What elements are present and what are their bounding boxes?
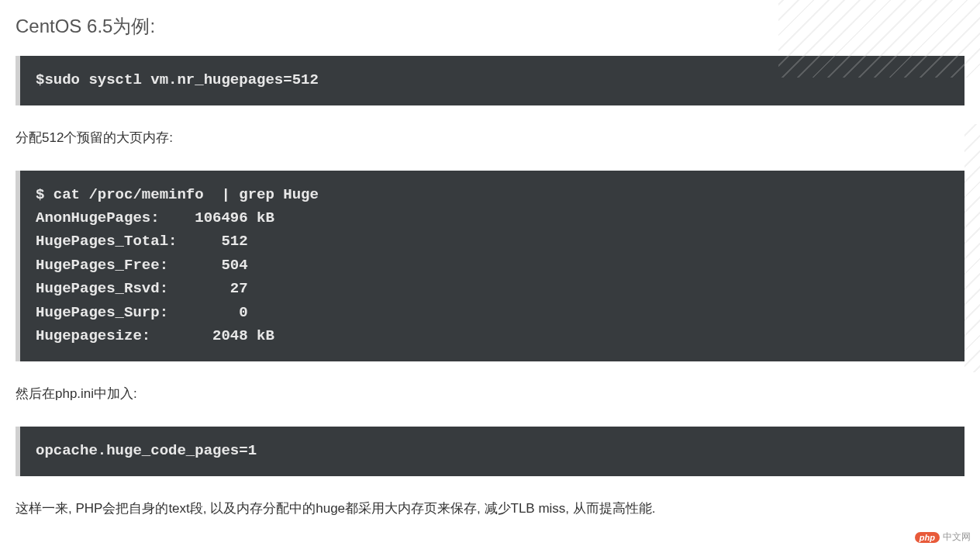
code-block-2: $ cat /proc/meminfo | grep Huge AnonHuge… xyxy=(16,171,964,362)
article-content: CentOS 6.5为例: $sudo sysctl vm.nr_hugepag… xyxy=(0,0,980,546)
paragraph-3: 这样一来, PHP会把自身的text段, 以及内存分配中的huge都采用大内存页… xyxy=(16,498,964,519)
paragraph-2: 然后在php.ini中加入: xyxy=(16,383,964,404)
code-block-3: opcache.huge_code_pages=1 xyxy=(16,427,964,476)
watermark-text: 中文网 xyxy=(943,530,971,544)
watermark-badge: php xyxy=(915,532,940,543)
site-watermark: php 中文网 xyxy=(915,530,971,544)
decorative-lines-mid xyxy=(964,124,980,372)
code-block-1: $sudo sysctl vm.nr_hugepages=512 xyxy=(16,56,964,105)
paragraph-1: 分配512个预留的大页内存: xyxy=(16,127,964,148)
section-heading: CentOS 6.5为例: xyxy=(16,14,964,39)
